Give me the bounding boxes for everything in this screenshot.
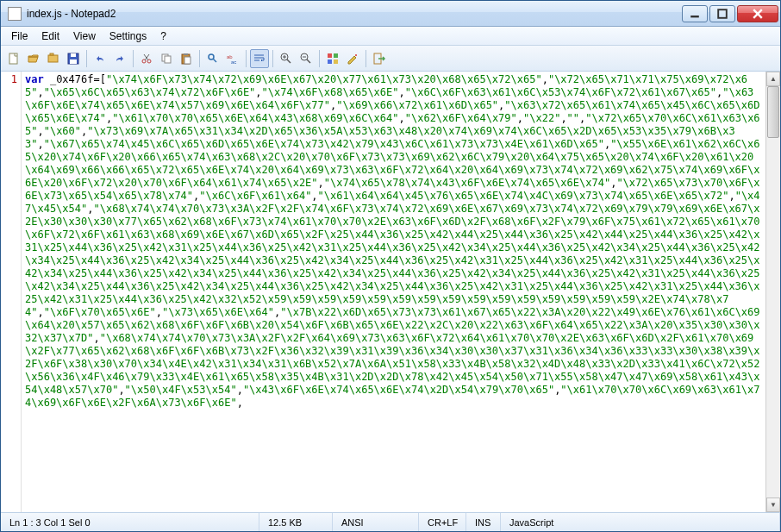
- scroll-down-button[interactable]: ▼: [766, 498, 780, 512]
- cut-button[interactable]: [137, 49, 156, 68]
- svg-rect-6: [50, 53, 53, 55]
- copy-button[interactable]: [157, 49, 176, 68]
- titlebar: index.js - Notepad2: [1, 1, 780, 27]
- redo-button[interactable]: [110, 49, 129, 68]
- minimize-button[interactable]: [682, 5, 708, 22]
- svg-rect-9: [70, 59, 77, 64]
- browse-button[interactable]: [44, 49, 63, 68]
- statusbar: Ln 1 : 3 Col 1 Sel 0 12.5 KB ANSI CR+LF …: [1, 512, 780, 531]
- status-position: Ln 1 : 3 Col 1 Sel 0: [1, 513, 259, 531]
- maximize-button[interactable]: [709, 5, 735, 22]
- status-eol: CR+LF: [419, 513, 466, 531]
- close-button[interactable]: [737, 5, 778, 22]
- status-encoding: ANSI: [333, 513, 419, 531]
- exit-button[interactable]: [370, 49, 389, 68]
- svg-line-27: [287, 59, 291, 63]
- line-gutter: 1: [1, 72, 22, 512]
- paste-button[interactable]: [177, 49, 196, 68]
- open-button[interactable]: [24, 49, 43, 68]
- svg-rect-15: [165, 56, 171, 63]
- replace-button[interactable]: abac: [223, 49, 242, 68]
- svg-line-20: [213, 59, 216, 62]
- svg-text:ac: ac: [231, 59, 236, 65]
- status-ins: INS: [466, 513, 501, 531]
- svg-rect-1: [718, 9, 727, 18]
- menu-help[interactable]: ?: [153, 28, 173, 44]
- status-lang: JavaScript: [501, 513, 780, 531]
- svg-rect-8: [71, 53, 76, 57]
- status-size: 12.5 KB: [259, 513, 333, 531]
- menu-edit[interactable]: Edit: [34, 28, 66, 44]
- svg-rect-17: [184, 53, 188, 55]
- scroll-thumb[interactable]: [767, 86, 779, 138]
- svg-rect-36: [334, 59, 338, 64]
- vertical-scrollbar[interactable]: ▲ ▼: [765, 72, 780, 512]
- scroll-up-button[interactable]: ▲: [766, 72, 780, 86]
- zoomin-button[interactable]: [277, 49, 296, 68]
- save-button[interactable]: [64, 49, 83, 68]
- svg-line-31: [307, 59, 310, 63]
- menu-settings[interactable]: Settings: [103, 28, 153, 44]
- svg-rect-4: [9, 53, 17, 64]
- menu-view[interactable]: View: [66, 28, 103, 44]
- svg-rect-5: [48, 55, 58, 62]
- svg-rect-35: [328, 59, 332, 64]
- undo-button[interactable]: [91, 49, 109, 68]
- wordwrap-button[interactable]: [250, 49, 269, 68]
- editor[interactable]: 1 var _0x476f=["\x74\x6F\x73\x74\x72\x69…: [1, 72, 780, 512]
- svg-rect-34: [334, 53, 338, 58]
- zoomout-button[interactable]: [297, 49, 316, 68]
- code-area[interactable]: var _0x476f=["\x74\x6F\x73\x74\x72\x69\x…: [22, 72, 765, 512]
- scheme-button[interactable]: [323, 49, 342, 68]
- find-button[interactable]: [203, 49, 222, 68]
- customize-button[interactable]: [343, 49, 362, 68]
- menu-file[interactable]: File: [4, 28, 34, 44]
- window-title: index.js - Notepad2: [27, 8, 682, 20]
- svg-rect-37: [355, 54, 357, 56]
- menubar: File Edit View Settings ?: [1, 27, 780, 46]
- svg-rect-18: [184, 57, 191, 64]
- toolbar: abac: [1, 46, 780, 72]
- svg-rect-33: [328, 53, 332, 58]
- app-icon: [8, 7, 22, 21]
- new-button[interactable]: [4, 49, 23, 68]
